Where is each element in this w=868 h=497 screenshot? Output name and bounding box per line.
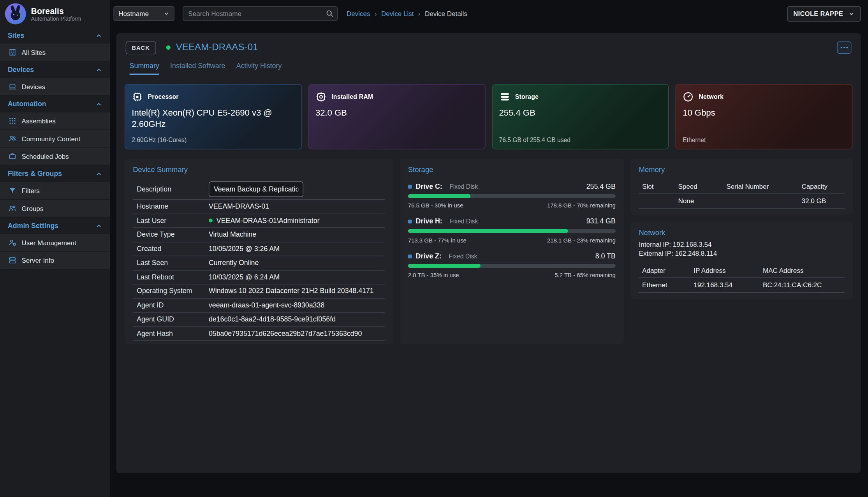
sidebar-item-scheduled-jobs[interactable]: Scheduled Jobs: [0, 148, 110, 165]
breadcrumb-link-devices[interactable]: Devices: [347, 10, 370, 18]
adapter-mac: BC:24:11:CA:C6:2C: [763, 281, 842, 289]
chevron-up-icon: [95, 66, 102, 73]
summary-row-label: Agent GUID: [137, 316, 209, 323]
network-table-header: Adapter IP Address MAC Address: [639, 263, 845, 278]
device-summary-table: Description Hostname VEEAM-DRAAS-01 Last…: [133, 179, 385, 341]
drive-type: Fixed Disk: [449, 253, 477, 260]
summary-row-label: Hostname: [137, 203, 209, 211]
all-sites-icon: [8, 48, 16, 56]
stat-card-title: Network: [699, 93, 724, 100]
memory-capacity: 32.0 GB: [801, 197, 841, 205]
more-actions-button[interactable]: [837, 42, 851, 54]
drive-name: Drive C:: [416, 183, 442, 190]
summary-row-last-reboot: Last Reboot 10/03/2025 @ 6:24 AM: [133, 270, 385, 284]
server-info-icon: [8, 256, 16, 264]
tab-summary[interactable]: Summary: [130, 62, 159, 75]
drive-size: 8.0 TB: [595, 252, 616, 260]
sidebar-item-filters[interactable]: Filters: [0, 182, 110, 200]
summary-row-agent-hash: Agent Hash 05ba0e7935171d626ecea29b27d7a…: [133, 327, 385, 341]
chevron-down-icon: [848, 10, 855, 17]
sidebar-nav: Sites All Sites Devices: [0, 27, 110, 270]
ellipsis-icon: [840, 46, 848, 49]
breadcrumb-current: Device Details: [425, 10, 467, 18]
summary-row-value: Currently Online: [209, 259, 259, 267]
stat-card-footer: 76.5 GB of 255.4 GB used: [499, 137, 662, 143]
sidebar-header-devices[interactable]: Devices: [0, 61, 110, 78]
summary-row-device-type: Device Type Virtual Machine: [133, 228, 385, 242]
back-button[interactable]: BACK: [126, 41, 156, 54]
search-field-dropdown[interactable]: Hostname: [113, 6, 174, 21]
stat-card-title: Storage: [515, 93, 539, 100]
summary-row-value: VEEAM-DRAAS-01: [209, 203, 269, 211]
app-window: Borealis Automation Platform Sites All S…: [0, 0, 868, 497]
summary-row-agent-id: Agent ID veeam-draas-01-agent-svc-8930a3…: [133, 299, 385, 313]
sidebar-header-sites[interactable]: Sites: [0, 27, 110, 44]
summary-row-description: Description: [133, 179, 385, 200]
stat-card-value: Intel(R) Xeon(R) CPU E5-2690 v3 @ 2.60GH…: [132, 107, 294, 130]
sidebar-header-admin-settings[interactable]: Admin Settings: [0, 218, 110, 234]
summary-row-label: Description: [137, 185, 209, 193]
drive-remaining: 218.1 GB - 23% remaining: [547, 237, 616, 243]
sidebar-item-groups[interactable]: Groups: [0, 200, 110, 217]
storage-card: Storage Drive C: Fixed Disk 255.4 GB: [400, 159, 624, 344]
drive-used: 76.5 GB - 30% in use: [408, 202, 463, 209]
stat-card-network: Network 10 Gbps Ethernet: [676, 84, 853, 149]
summary-row-label: Last Seen: [137, 259, 209, 267]
sidebar-item-label: Community Content: [21, 135, 80, 142]
stat-card-footer: Ethernet: [683, 137, 845, 143]
scheduled-jobs-icon: [8, 152, 16, 160]
description-input[interactable]: [209, 181, 303, 197]
tab-installed-software[interactable]: Installed Software: [170, 62, 225, 75]
devices-icon: [8, 83, 16, 91]
chevron-up-icon: [95, 32, 102, 39]
groups-icon: [8, 204, 16, 212]
drive-bullet-icon: [408, 254, 412, 258]
drive-usage-bar: [408, 229, 616, 233]
breadcrumb-link-device-list[interactable]: Device List: [381, 10, 414, 18]
sidebar: Borealis Automation Platform Sites All S…: [0, 0, 110, 497]
sidebar-header-filters-groups[interactable]: Filters & Groups: [0, 165, 110, 182]
drive-row-h: Drive H: Fixed Disk 931.4 GB 713.3 GB - …: [408, 218, 616, 244]
drive-used: 713.3 GB - 77% in use: [408, 237, 467, 243]
sidebar-item-community-content[interactable]: Community Content: [0, 130, 110, 148]
card-title: Memory: [639, 165, 845, 174]
community-content-icon: [8, 134, 16, 142]
user-menu-button[interactable]: NICOLE RAPPE: [787, 6, 861, 21]
sidebar-item-all-sites[interactable]: All Sites: [0, 44, 110, 61]
stat-card-title: Installed RAM: [331, 93, 373, 100]
device-details-panel: BACK VEEAM-DRAAS-01 Summary Installed So…: [116, 33, 861, 473]
sidebar-item-assemblies[interactable]: Assemblies: [0, 112, 110, 130]
column-header: IP Address: [694, 267, 763, 274]
summary-row-value: 10/03/2025 @ 6:24 AM: [209, 273, 280, 281]
summary-row-value: Windows 10 2022 Datacenter 21H2 Build 20…: [209, 287, 374, 295]
tab-activity-history[interactable]: Activity History: [236, 62, 282, 75]
stat-card-value: 10 Gbps: [683, 107, 845, 119]
search-input[interactable]: [183, 6, 338, 21]
column-header: Slot: [642, 182, 678, 190]
sidebar-header-label: Sites: [8, 32, 24, 39]
network-table-row: Ethernet 192.168.3.54 BC:24:11:CA:C6:2C: [639, 278, 845, 293]
sidebar-header-label: Automation: [8, 100, 46, 108]
column-header: Capacity: [801, 182, 841, 190]
sidebar-item-user-management[interactable]: User Management: [0, 234, 110, 251]
processor-icon: [132, 91, 143, 102]
drive-size: 255.4 GB: [586, 183, 616, 190]
card-title: Network: [639, 228, 845, 237]
summary-row-label: Agent Hash: [137, 330, 209, 337]
card-title: Storage: [408, 165, 616, 174]
breadcrumb-separator: ›: [375, 10, 377, 18]
sidebar-item-devices[interactable]: Devices: [0, 78, 110, 95]
memory-speed: None: [678, 197, 726, 205]
sidebar-item-server-info[interactable]: Server Info: [0, 252, 110, 269]
tab-bar: Summary Installed Software Activity Hist…: [125, 62, 852, 75]
drive-row-c: Drive C: Fixed Disk 255.4 GB 76.5 GB - 3…: [408, 183, 616, 209]
drive-used: 2.8 TB - 35% in use: [408, 272, 459, 278]
stat-card-storage: Storage 255.4 GB 76.5 GB of 255.4 GB use…: [492, 84, 669, 149]
last-user-value: VEEAM-DRAAS-01\Administrator: [217, 217, 320, 225]
stat-card-row: Processor Intel(R) Xeon(R) CPU E5-2690 v…: [125, 84, 852, 149]
adapter-ip: 192.168.3.54: [694, 281, 763, 289]
summary-row-value: 10/05/2025 @ 3:26 AM: [209, 245, 280, 253]
sidebar-header-automation[interactable]: Automation: [0, 96, 110, 112]
stat-card-title: Processor: [148, 93, 179, 100]
sidebar-header-label: Devices: [8, 66, 34, 74]
